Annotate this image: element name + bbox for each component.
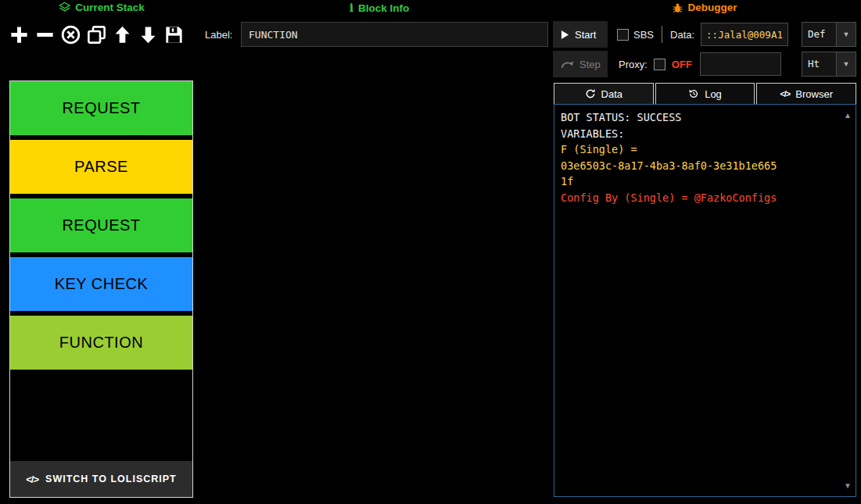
add-block-button[interactable] [6,23,32,47]
stack-blocks: REQUESTPARSEREQUESTKEY CHECKFUNCTION [10,81,192,370]
switch-to-loliscript-label: SWITCH TO LOLISCRIPT [45,474,177,484]
clone-block-button[interactable] [84,23,109,47]
block-label-caption: Label: [205,29,232,41]
code-icon: </> [26,474,38,485]
block-info-header: i Block Info [350,2,410,14]
data-input[interactable] [701,23,788,46]
step-arrow-icon [561,59,574,70]
arrow-down-icon [138,24,159,45]
stack-panel: REQUESTPARSEREQUESTKEY CHECKFUNCTION </>… [9,80,193,498]
wordlist-type-value: Def [802,23,836,46]
info-icon: i [350,2,353,14]
remove-block-button[interactable] [32,23,58,47]
stack-block-parse[interactable]: PARSE [10,140,192,194]
data-label: Data: [670,29,694,41]
move-block-down-button[interactable] [135,23,161,47]
save-config-button[interactable] [161,23,187,47]
debugger-controls: Start SBS Data: Def ▼ Step Proxy: OFF [553,21,856,80]
debugger-tabs: DataLog</>Browser [554,83,856,104]
history-icon [688,88,699,99]
arrow-up-icon [112,24,133,45]
log-line: 1f [561,173,835,190]
divider [662,26,662,43]
play-icon [561,30,569,40]
stack-block-request[interactable]: REQUEST [10,81,192,135]
block-info-title: Block Info [358,2,409,14]
scroll-down-icon[interactable]: ▼ [844,481,852,490]
proxy-checkbox[interactable] [654,59,665,70]
wordlist-type-dropdown[interactable]: Def ▼ [802,22,856,47]
debugger-row-1: Start SBS Data: Def ▼ [553,21,856,48]
stack-block-request[interactable]: REQUEST [10,198,192,252]
bug-icon [672,2,683,13]
move-block-up-button[interactable] [109,23,135,47]
tab-label: Browser [795,88,833,100]
refresh-icon [585,88,596,99]
step-button-label: Step [579,59,601,70]
start-button-label: Start [575,29,596,41]
block-label-input[interactable] [241,22,548,47]
layers-icon [59,2,70,13]
proxy-input[interactable] [700,52,781,76]
proxy-type-dropdown[interactable]: Ht ▼ [802,52,856,77]
stack-block-key-check[interactable]: KEY CHECK [10,257,192,311]
log-line: VARIABLES: [561,126,835,142]
tab-label: Log [705,88,722,100]
step-button[interactable]: Step [553,51,608,77]
log-lines: BOT STATUS: SUCCESSVARIABLES:F (Single) … [561,109,835,206]
chevron-down-icon: ▼ [836,23,856,46]
current-stack-title: Current Stack [75,2,145,13]
tab-log[interactable]: Log [655,83,755,104]
sbs-label: SBS [633,29,654,41]
code-icon: </> [780,89,790,98]
log-line: BOT STATUS: SUCCESS [561,109,835,126]
plus-icon [9,24,30,45]
scroll-up-icon[interactable]: ▲ [844,111,852,120]
clear-stack-button[interactable] [58,23,84,47]
sbs-checkbox[interactable] [617,29,629,41]
save-icon [163,24,185,45]
circled-x-icon [60,24,81,45]
openbullet-window: Current Stack i Block Info Debugger Labe… [0,0,861,504]
tab-browser[interactable]: </>Browser [756,83,856,104]
start-button[interactable]: Start [553,21,608,48]
log-line: Config By (Single) = @FazkoConfigs [561,190,835,206]
debugger-row-2: Step Proxy: OFF Ht ▼ [553,51,856,77]
tab-label: Data [601,88,622,100]
current-stack-header: Current Stack [59,2,145,13]
debugger-header: Debugger [672,2,737,13]
proxy-label: Proxy: [619,59,648,70]
proxy-off-label: OFF [672,59,692,70]
stack-block-function[interactable]: FUNCTION [10,316,192,370]
switch-to-loliscript-button[interactable]: </> SWITCH TO LOLISCRIPT [10,461,192,497]
minus-icon [34,24,56,45]
tab-data[interactable]: Data [554,83,654,104]
debugger-title: Debugger [687,2,737,13]
log-line: 03e6503c-8a17-4ba3-8af0-3e31b1e665 [561,158,835,174]
chevron-down-icon: ▼ [836,52,856,76]
proxy-type-value: Ht [802,52,836,76]
debugger-log: BOT STATUS: SUCCESSVARIABLES:F (Single) … [554,104,856,497]
clone-icon [86,24,107,45]
stack-toolbar [6,19,187,50]
log-line: F (Single) = [561,141,835,158]
